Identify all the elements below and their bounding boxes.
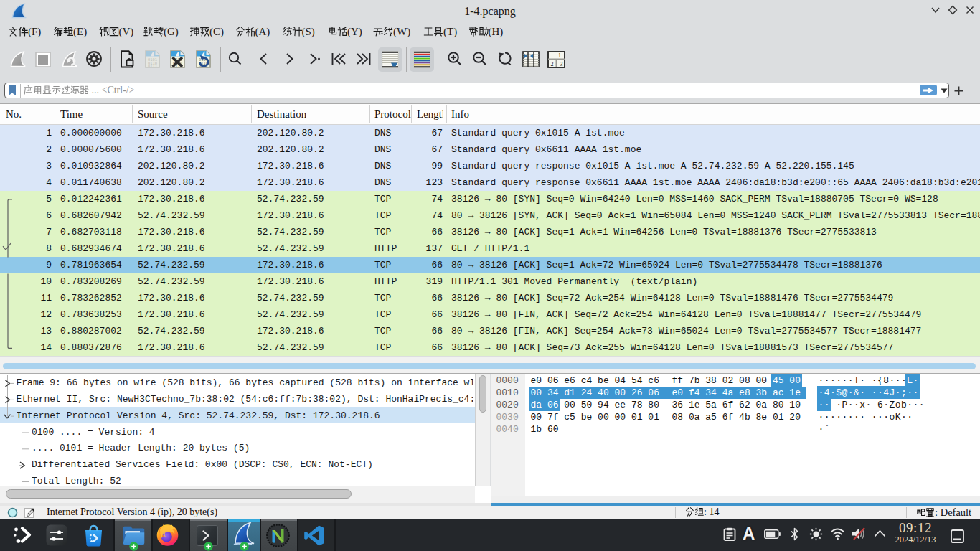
svg-text:2: 2	[551, 61, 554, 67]
svg-text:3: 3	[560, 61, 563, 67]
svg-text:0111: 0111	[148, 64, 157, 68]
svg-text:1: 1	[558, 52, 561, 59]
